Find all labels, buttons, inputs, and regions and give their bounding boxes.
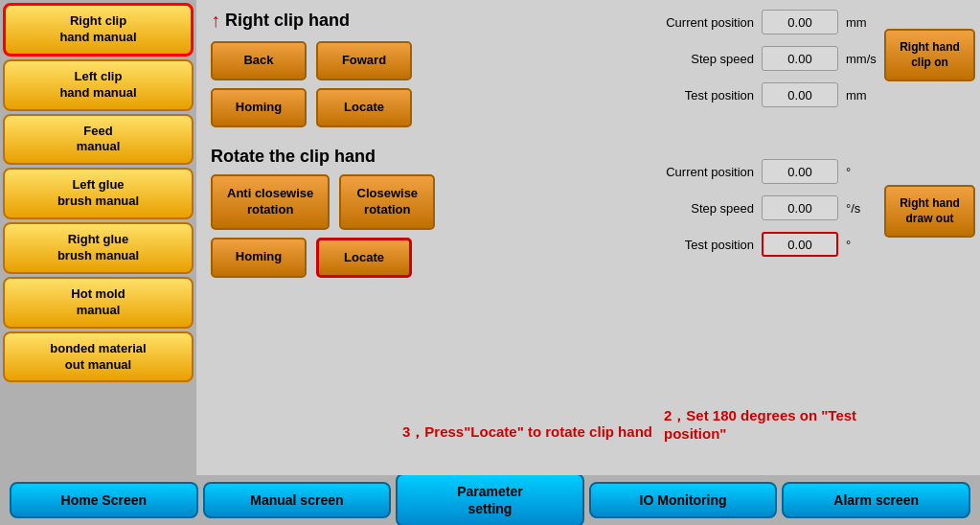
unit-test-pos-1: mm — [846, 88, 875, 103]
arrow-icon: ↑ — [211, 10, 220, 32]
info-row-current-pos-1: Current position mm — [649, 10, 875, 34]
info-row-test-pos-2: Test position ° — [649, 232, 875, 257]
bottom-nav: Home Screen Manual screen Parametersetti… — [0, 475, 980, 525]
annotation-bottom-left: 3，Press"Locate" to rotate clip hand — [402, 423, 652, 442]
home-screen-button[interactable]: Home Screen — [10, 482, 198, 518]
closewise-button[interactable]: Closewiserotation — [339, 174, 435, 230]
label-current-pos-1: Current position — [649, 15, 754, 30]
sidebar-item-right-clip-hand-manual[interactable]: Right cliphand manual — [3, 3, 194, 57]
section1-title-text: Right clip hand — [225, 11, 350, 31]
label-step-speed-2: Step speed — [649, 201, 754, 216]
locate-button-2[interactable]: Locate — [316, 238, 412, 279]
homing-button-2[interactable]: Homing — [211, 238, 307, 279]
input-test-pos-1[interactable] — [762, 82, 838, 107]
unit-test-pos-2: ° — [846, 238, 875, 252]
input-test-pos-2[interactable] — [762, 232, 838, 257]
label-step-speed-1: Step speed — [649, 52, 754, 66]
info-row-step-speed-1: Step speed mm/s — [649, 46, 875, 71]
input-step-speed-1[interactable] — [762, 46, 838, 71]
sidebar: Right cliphand manual Left cliphand manu… — [0, 0, 196, 475]
info-row-test-pos-1: Test position mm — [649, 82, 875, 107]
right-hand-clip-on-button[interactable]: Right handclip on — [884, 29, 975, 81]
sidebar-item-bonded-material-out-manual[interactable]: bonded materialout manual — [3, 331, 194, 383]
label-test-pos-2: Test position — [649, 238, 754, 252]
unit-current-pos-1: mm — [846, 15, 875, 30]
right-panel: ↑ Right clip hand Back Foward Homing Loc… — [196, 0, 980, 475]
label-current-pos-2: Current position — [649, 165, 754, 179]
locate-button-1[interactable]: Locate — [316, 88, 412, 127]
info-panel-1: Current position mm Step speed mm/s Test… — [649, 10, 875, 257]
input-current-pos-2[interactable] — [762, 159, 838, 184]
unit-current-pos-2: ° — [846, 165, 875, 179]
side-buttons: Right handclip on Right handdraw out — [884, 29, 975, 238]
label-test-pos-1: Test position — [649, 88, 754, 103]
input-step-speed-2[interactable] — [762, 195, 838, 220]
forward-button[interactable]: Foward — [316, 41, 412, 80]
back-button[interactable]: Back — [211, 41, 307, 80]
manual-screen-button[interactable]: Manual screen — [203, 482, 392, 518]
info-row-current-pos-2: Current position ° — [649, 159, 875, 184]
unit-step-speed-1: mm/s — [846, 52, 875, 66]
sidebar-item-feed-manual[interactable]: Feedmanual — [3, 114, 194, 166]
right-hand-draw-out-button[interactable]: Right handdraw out — [884, 185, 975, 238]
homing-button-1[interactable]: Homing — [211, 88, 307, 127]
input-current-pos-1[interactable] — [762, 10, 838, 34]
anti-closewise-button[interactable]: Anti closewiserotation — [211, 174, 330, 230]
alarm-screen-button[interactable]: Alarm screen — [782, 482, 970, 518]
unit-step-speed-2: °/s — [846, 201, 875, 216]
sidebar-item-left-clip-hand-manual[interactable]: Left cliphand manual — [3, 59, 194, 111]
sidebar-item-left-glue-brush-manual[interactable]: Left gluebrush manual — [3, 168, 194, 219]
info-row-step-speed-2: Step speed °/s — [649, 195, 875, 220]
annotation-bottom-right: 2，Set 180 degrees on "Testposition" — [664, 407, 884, 442]
parameter-setting-button[interactable]: Parametersetting — [396, 473, 584, 525]
io-monitoring-button[interactable]: IO Monitoring — [589, 482, 778, 518]
sidebar-item-hot-mold-manual[interactable]: Hot moldmanual — [3, 277, 194, 329]
sidebar-item-right-glue-brush-manual[interactable]: Right gluebrush manual — [3, 222, 194, 274]
